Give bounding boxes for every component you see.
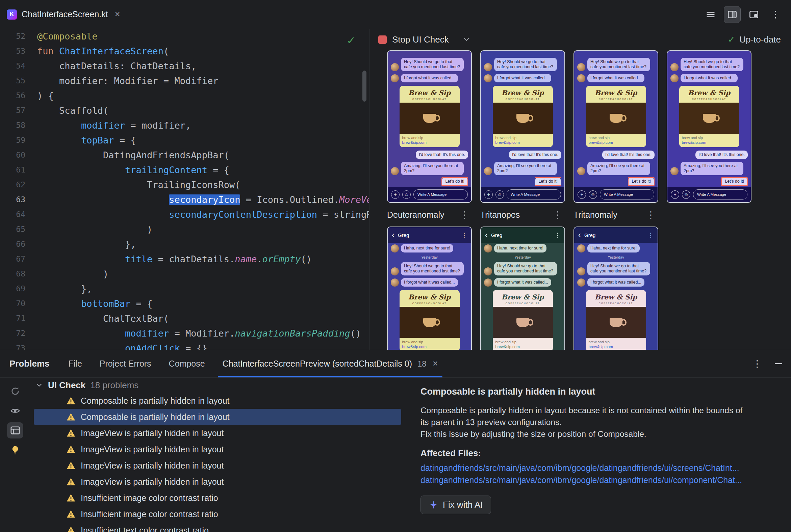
add-attachment-icon[interactable]: + bbox=[671, 190, 679, 199]
quickfix-bulb-icon[interactable] bbox=[7, 442, 23, 458]
problem-detail-body: Composable is partially hidden in layout… bbox=[421, 404, 784, 440]
problem-item[interactable]: Insufficient image color contrast ratio bbox=[34, 490, 401, 506]
preview-menu-icon[interactable]: ⋮ bbox=[460, 209, 472, 221]
problem-item[interactable]: ImageView is partially hidden in layout bbox=[34, 425, 401, 441]
problem-item[interactable]: Composable is partially hidden in layout bbox=[34, 409, 401, 425]
line-number: 52 bbox=[0, 32, 37, 40]
message-input[interactable]: Write A Message bbox=[507, 189, 561, 200]
avatar bbox=[577, 267, 585, 276]
preview-row-bottom: ‹Greg⋮Haha, next time for sure!Yesterday… bbox=[387, 227, 791, 350]
affected-file-link[interactable]: datingandfriends/src/main/java/com/ibm/g… bbox=[421, 462, 784, 474]
chat-menu-icon[interactable]: ⋮ bbox=[461, 232, 467, 239]
day-divider: Yesterday bbox=[388, 254, 471, 261]
code-line: 71 ChatTextBar( bbox=[0, 311, 369, 326]
tab-project-errors[interactable]: Project Errors bbox=[99, 350, 151, 377]
chat-header: ‹Greg⋮ bbox=[574, 227, 658, 243]
problem-item[interactable]: Insufficient text color contrast ratio bbox=[34, 522, 401, 532]
add-attachment-icon[interactable]: + bbox=[484, 190, 493, 199]
phone-preview[interactable]: ‹Greg⋮Haha, next time for sure!Yesterday… bbox=[387, 227, 472, 350]
tab-compose[interactable]: Compose bbox=[169, 350, 205, 377]
avatar bbox=[391, 167, 399, 175]
avatar bbox=[577, 244, 585, 252]
problem-item[interactable]: Composable is partially hidden in layout bbox=[34, 393, 401, 409]
minimize-icon[interactable] bbox=[775, 363, 782, 364]
phone-preview[interactable]: Hey! Should we go to that cafe you menti… bbox=[667, 50, 752, 203]
tab-label: ChatInterfaceScreenPreview (sortedChatDe… bbox=[223, 359, 412, 368]
problem-item[interactable]: Insufficient image color contrast ratio bbox=[34, 506, 401, 522]
rerun-check-icon[interactable] bbox=[7, 383, 23, 399]
message-input[interactable]: Write A Message bbox=[693, 189, 748, 200]
add-attachment-icon[interactable]: + bbox=[577, 190, 586, 199]
fix-with-ai-button[interactable]: Fix with AI bbox=[421, 496, 491, 514]
phone-preview[interactable]: Hey! Should we go to that cafe you menti… bbox=[387, 50, 472, 203]
avatar bbox=[484, 279, 492, 287]
chat-message-row: I'd love that! It's this one. bbox=[481, 149, 564, 160]
back-icon[interactable]: ‹ bbox=[578, 231, 581, 239]
problem-text: ImageView is partially hidden in layout bbox=[81, 429, 224, 438]
chat-menu-icon[interactable]: ⋮ bbox=[555, 232, 560, 239]
editor-tab-close-icon[interactable]: × bbox=[115, 9, 120, 20]
preview-grid: Hey! Should we go to that cafe you menti… bbox=[369, 50, 791, 350]
editor-scrollbar[interactable] bbox=[363, 71, 366, 101]
line-number: 71 bbox=[0, 314, 37, 323]
panel-options-icon[interactable]: ⋮ bbox=[753, 358, 762, 369]
avatar bbox=[484, 74, 492, 82]
preview-menu-icon[interactable]: ⋮ bbox=[553, 209, 565, 221]
add-attachment-icon[interactable]: + bbox=[391, 190, 400, 199]
preview-visibility-icon[interactable] bbox=[7, 403, 23, 419]
preview-config-label: Deuteranomaly bbox=[387, 210, 444, 220]
code-line: 57 Scaffold( bbox=[0, 103, 369, 118]
chat-message-row: Hey! Should we go to that cafe you menti… bbox=[574, 56, 658, 73]
editor-tab-bar: K ChatInterfaceScreen.kt × ⋮ bbox=[0, 0, 791, 29]
emoji-icon[interactable]: ☺ bbox=[589, 190, 597, 199]
stop-ui-check-button[interactable]: Stop UI Check bbox=[392, 34, 449, 45]
emoji-icon[interactable]: ☺ bbox=[402, 190, 411, 199]
back-icon[interactable]: ‹ bbox=[485, 231, 488, 239]
preview-label-cell: Deuteranomaly⋮ bbox=[387, 209, 472, 221]
chat-message-row: Amazing, I'll see you there at 2pm? bbox=[388, 160, 471, 176]
emoji-icon[interactable]: ☺ bbox=[682, 190, 691, 199]
problem-item[interactable]: ImageView is partially hidden in layout bbox=[34, 457, 401, 474]
problems-tool-title[interactable]: Problems bbox=[10, 359, 50, 369]
more-options-icon[interactable]: ⋮ bbox=[767, 6, 784, 23]
code-line: 59 topBar = { bbox=[0, 133, 369, 148]
preview-config-label: Tritanomaly bbox=[573, 210, 618, 220]
code-line: 69 }, bbox=[0, 281, 369, 296]
code-line: 52@Composable bbox=[0, 29, 369, 43]
problems-group-header[interactable]: UI Check 18 problems bbox=[31, 378, 409, 393]
message-input[interactable]: Write A Message bbox=[413, 189, 468, 200]
problem-item[interactable]: ImageView is partially hidden in layout bbox=[34, 441, 401, 457]
warning-icon bbox=[66, 429, 76, 438]
preview-layout-icon[interactable] bbox=[746, 6, 762, 23]
problem-item[interactable]: ImageView is partially hidden in layout bbox=[34, 474, 401, 490]
link-preview-card: Brew & SipCOFFEE&CHOCOLATbrew and sipbre… bbox=[481, 84, 564, 149]
affected-file-link[interactable]: datingandfriends/src/main/java/com/ibm/g… bbox=[421, 474, 784, 486]
tab-close-icon[interactable]: × bbox=[433, 359, 438, 369]
chevron-down-icon[interactable] bbox=[462, 35, 471, 43]
problems-view-toggle-icon[interactable] bbox=[7, 422, 23, 438]
phone-preview[interactable]: Hey! Should we go to that cafe you menti… bbox=[480, 50, 565, 203]
emoji-icon[interactable]: ☺ bbox=[495, 190, 504, 199]
phone-preview[interactable]: Hey! Should we go to that cafe you menti… bbox=[573, 50, 658, 203]
chat-menu-icon[interactable]: ⋮ bbox=[648, 232, 654, 239]
phone-preview[interactable]: ‹Greg⋮Haha, next time for sure!Yesterday… bbox=[480, 227, 565, 350]
avatar bbox=[670, 63, 679, 71]
chat-message-row: I forgot what it was called... bbox=[388, 277, 471, 288]
split-editor-icon[interactable] bbox=[724, 6, 740, 23]
tab-chatinterfacescreenpreview[interactable]: ChatInterfaceScreenPreview (sortedChatDe… bbox=[223, 350, 438, 377]
code-line: 55 modifier: Modifier = Modifier bbox=[0, 73, 369, 88]
line-number: 53 bbox=[0, 46, 37, 55]
line-number: 73 bbox=[0, 344, 37, 350]
problem-text: Composable is partially hidden in layout bbox=[81, 412, 230, 422]
editor-tab[interactable]: K ChatInterfaceScreen.kt × bbox=[0, 0, 127, 29]
preview-menu-icon[interactable]: ⋮ bbox=[646, 209, 658, 221]
back-icon[interactable]: ‹ bbox=[392, 231, 394, 239]
tab-file[interactable]: File bbox=[69, 350, 82, 377]
layout-list-icon[interactable] bbox=[702, 6, 719, 23]
avatar bbox=[484, 167, 492, 175]
code-editor[interactable]: 52@Composable53fun ChatInterfaceScreen(5… bbox=[0, 29, 369, 350]
message-input[interactable]: Write A Message bbox=[600, 189, 654, 200]
line-number: 65 bbox=[0, 225, 37, 233]
phone-preview[interactable]: ‹Greg⋮Haha, next time for sure!Yesterday… bbox=[573, 227, 658, 350]
stop-icon[interactable] bbox=[378, 35, 387, 44]
